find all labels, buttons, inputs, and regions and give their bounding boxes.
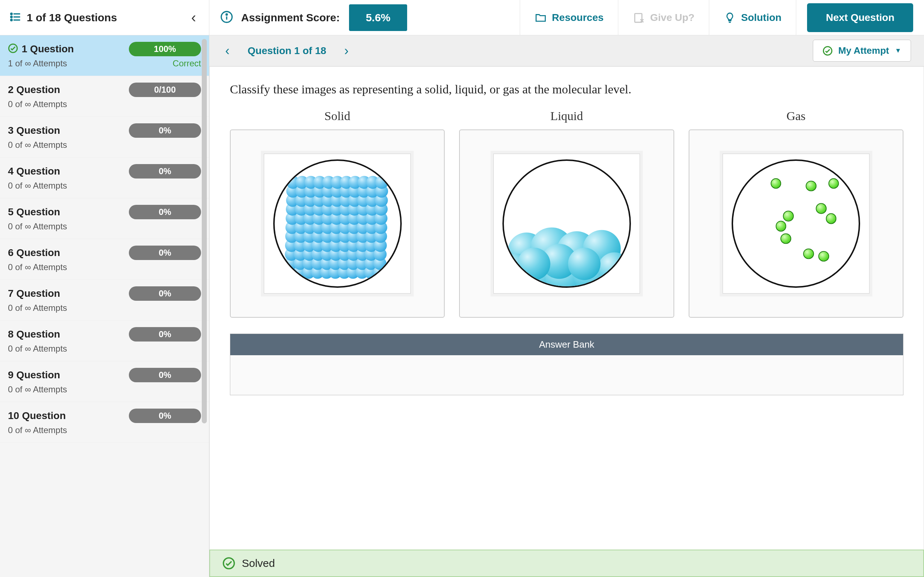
- next-question-nav-button[interactable]: ›: [341, 41, 352, 61]
- svg-point-0: [11, 13, 12, 15]
- question-list[interactable]: 1 Question100%1 of ∞ AttemptsCorrect2 Qu…: [0, 35, 209, 577]
- assignment-score-value: 5.6%: [349, 4, 407, 31]
- check-circle-icon: [8, 43, 18, 55]
- sidebar-item-question-4[interactable]: 4 Question0%0 of ∞ Attempts: [0, 158, 209, 198]
- attempts-label: 0 of ∞ Attempts: [8, 181, 67, 191]
- give-up-label: Give Up?: [650, 12, 695, 23]
- solution-label: Solution: [741, 12, 782, 23]
- attempt-dropdown[interactable]: My Attempt ▼: [813, 40, 911, 62]
- answer-card-liquid[interactable]: [493, 154, 640, 293]
- attempts-label: 0 of ∞ Attempts: [8, 99, 67, 109]
- solution-button[interactable]: Solution: [709, 0, 796, 35]
- resources-button[interactable]: Resources: [520, 0, 618, 35]
- score-badge: 0/100: [129, 82, 201, 97]
- drop-zone-solid[interactable]: [230, 129, 445, 318]
- sidebar-header: 1 of 18 Questions ‹: [0, 0, 209, 35]
- question-counter-label: Question 1 of 18: [247, 45, 326, 56]
- attempts-label: 0 of ∞ Attempts: [8, 425, 67, 435]
- main-area: Assignment Score: 5.6% Resources Give Up…: [209, 0, 924, 577]
- chevron-down-icon: ▼: [895, 47, 901, 55]
- score-badge: 0%: [129, 123, 201, 138]
- attempts-label: 0 of ∞ Attempts: [8, 221, 67, 232]
- attempts-label: 0 of ∞ Attempts: [8, 384, 67, 395]
- attempt-label: My Attempt: [838, 45, 889, 56]
- category-solid: Solid: [230, 109, 445, 318]
- status-label: Correct: [173, 58, 201, 69]
- check-circle-icon: [222, 557, 235, 570]
- sidebar-item-question-8[interactable]: 8 Question0%0 of ∞ Attempts: [0, 321, 209, 361]
- sidebar-item-question-1[interactable]: 1 Question100%1 of ∞ AttemptsCorrect: [0, 35, 209, 76]
- answer-bank: Answer Bank: [230, 334, 903, 395]
- svg-point-4: [11, 19, 12, 21]
- score-badge: 0%: [129, 164, 201, 179]
- sidebar: 1 of 18 Questions ‹ 1 Question100%1 of ∞…: [0, 0, 209, 577]
- score-badge: 100%: [129, 42, 201, 56]
- question-content: Classify these images as representing a …: [209, 66, 924, 577]
- question-label: 4 Question: [8, 166, 60, 177]
- question-label: 7 Question: [8, 288, 60, 299]
- score-badge: 0%: [129, 205, 201, 219]
- svg-point-9: [226, 14, 228, 15]
- question-label: 6 Question: [8, 247, 60, 259]
- score-badge: 0%: [129, 327, 201, 342]
- question-nav-bar: ‹ Question 1 of 18 › My Attempt ▼: [209, 35, 924, 66]
- category-title-gas: Gas: [787, 109, 806, 123]
- sidebar-scrollbar-thumb[interactable]: [202, 39, 207, 423]
- question-label: 5 Question: [8, 206, 60, 218]
- drop-zone-gas[interactable]: [689, 129, 903, 318]
- molecule-view-gas: [732, 160, 860, 288]
- question-label: 1 Question: [22, 43, 74, 55]
- status-footer-label: Solved: [242, 557, 275, 569]
- question-prompt: Classify these images as representing a …: [230, 82, 903, 96]
- svg-rect-10: [635, 13, 642, 22]
- list-icon: [10, 11, 22, 24]
- sidebar-item-question-3[interactable]: 3 Question0%0 of ∞ Attempts: [0, 117, 209, 158]
- question-label: 9 Question: [8, 369, 60, 381]
- info-icon[interactable]: [220, 10, 233, 25]
- answer-card-solid[interactable]: [264, 154, 411, 293]
- assignment-score-label: Assignment Score:: [241, 11, 340, 24]
- resources-label: Resources: [552, 12, 604, 23]
- attempts-label: 0 of ∞ Attempts: [8, 140, 67, 150]
- answer-card-gas[interactable]: [723, 154, 869, 293]
- category-title-solid: Solid: [325, 109, 351, 123]
- question-label: 2 Question: [8, 84, 60, 95]
- answer-bank-body[interactable]: [230, 355, 903, 395]
- category-title-liquid: Liquid: [551, 109, 583, 123]
- category-gas: Gas: [689, 109, 903, 318]
- svg-point-2: [11, 16, 12, 18]
- sidebar-scrollbar[interactable]: [202, 39, 207, 573]
- score-badge: 0%: [129, 246, 201, 260]
- next-question-label: Next Question: [826, 12, 894, 23]
- collapse-sidebar-button[interactable]: ‹: [188, 7, 200, 28]
- question-counter-title: 1 of 18 Questions: [27, 11, 117, 24]
- score-badge: 0%: [129, 368, 201, 382]
- category-row: Solid Liquid: [230, 109, 903, 318]
- sidebar-item-question-10[interactable]: 10 Question0%0 of ∞ Attempts: [0, 402, 209, 443]
- attempts-label: 0 of ∞ Attempts: [8, 303, 67, 313]
- drop-zone-liquid[interactable]: [459, 129, 674, 318]
- prev-question-button[interactable]: ‹: [222, 41, 233, 61]
- attempts-label: 0 of ∞ Attempts: [8, 344, 67, 354]
- status-footer: Solved: [209, 550, 924, 577]
- molecule-view-solid: [273, 160, 402, 288]
- topbar: Assignment Score: 5.6% Resources Give Up…: [209, 0, 924, 35]
- answer-bank-title: Answer Bank: [230, 334, 903, 355]
- next-question-button[interactable]: Next Question: [807, 3, 913, 32]
- give-up-button: Give Up?: [618, 0, 709, 35]
- question-label: 8 Question: [8, 329, 60, 340]
- attempts-label: 1 of ∞ Attempts: [8, 58, 67, 69]
- score-badge: 0%: [129, 409, 201, 423]
- category-liquid: Liquid: [459, 109, 674, 318]
- molecule-view-liquid: [502, 160, 631, 288]
- question-label: 3 Question: [8, 125, 60, 136]
- sidebar-item-question-7[interactable]: 7 Question0%0 of ∞ Attempts: [0, 280, 209, 321]
- sidebar-item-question-2[interactable]: 2 Question0/1000 of ∞ Attempts: [0, 76, 209, 117]
- sidebar-item-question-6[interactable]: 6 Question0%0 of ∞ Attempts: [0, 239, 209, 280]
- sidebar-item-question-9[interactable]: 9 Question0%0 of ∞ Attempts: [0, 361, 209, 402]
- attempts-label: 0 of ∞ Attempts: [8, 262, 67, 272]
- sidebar-item-question-5[interactable]: 5 Question0%0 of ∞ Attempts: [0, 198, 209, 239]
- score-badge: 0%: [129, 286, 201, 301]
- question-label: 10 Question: [8, 410, 66, 422]
